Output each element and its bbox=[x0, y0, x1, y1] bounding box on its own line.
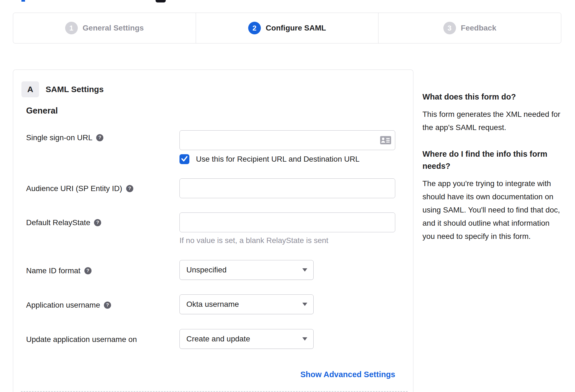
contact-card-icon[interactable] bbox=[380, 136, 391, 146]
step-label: General Settings bbox=[83, 24, 144, 32]
help-icon[interactable]: ? bbox=[96, 134, 103, 141]
recipient-url-checkbox-label: Use this for Recipient URL and Destinati… bbox=[196, 155, 360, 164]
cutoff-dark-fragment bbox=[156, 0, 166, 2]
step-label: Configure SAML bbox=[266, 24, 326, 32]
selected-value: Unspecified bbox=[186, 266, 226, 274]
help-heading: What does this form do? bbox=[422, 91, 560, 103]
dashed-section-divider bbox=[21, 391, 408, 392]
step-general-settings[interactable]: 1 General Settings bbox=[13, 13, 196, 43]
help-icon[interactable]: ? bbox=[94, 219, 101, 226]
show-advanced-settings-link[interactable]: Show Advanced Settings bbox=[179, 370, 395, 379]
help-icon[interactable]: ? bbox=[84, 267, 92, 274]
check-icon bbox=[179, 154, 189, 165]
recipient-url-checkbox-row: Use this for Recipient URL and Destinati… bbox=[179, 154, 360, 164]
single-sign-on-url-label: Single sign-on URL ? bbox=[26, 133, 103, 142]
selected-value: Okta username bbox=[186, 300, 239, 309]
audience-uri-label: Audience URI (SP Entity ID) ? bbox=[26, 184, 133, 193]
general-section-heading: General bbox=[26, 106, 58, 116]
relaystate-hint: If no value is set, a blank RelayState i… bbox=[179, 236, 328, 245]
audience-uri-input[interactable] bbox=[179, 178, 395, 198]
section-a-badge: A bbox=[21, 81, 39, 97]
chevron-down-icon bbox=[302, 337, 307, 341]
panel-header: A SAML Settings bbox=[21, 81, 104, 97]
panel-title: SAML Settings bbox=[46, 85, 104, 94]
help-icon[interactable]: ? bbox=[104, 302, 111, 309]
help-section-what: What does this form do? This form genera… bbox=[422, 91, 560, 134]
step-label: Feedback bbox=[461, 24, 496, 32]
name-id-format-label: Name ID format ? bbox=[26, 266, 92, 275]
step-configure-saml[interactable]: 2 Configure SAML bbox=[196, 13, 378, 43]
step-number-badge: 3 bbox=[443, 22, 456, 34]
step-number-badge: 1 bbox=[65, 22, 78, 34]
help-icon[interactable]: ? bbox=[126, 185, 133, 192]
chevron-down-icon bbox=[302, 303, 307, 306]
application-username-select[interactable]: Okta username bbox=[179, 294, 314, 314]
help-sidebar: What does this form do? This form genera… bbox=[422, 91, 560, 243]
saml-settings-panel: A SAML Settings General Single sign-on U… bbox=[13, 70, 413, 392]
help-section-where: Where do I find the info this form needs… bbox=[422, 148, 560, 243]
help-body: This form generates the XML needed for t… bbox=[422, 108, 560, 134]
recipient-url-checkbox[interactable] bbox=[179, 154, 189, 164]
update-application-username-select[interactable]: Create and update bbox=[179, 329, 314, 349]
wizard-stepper: 1 General Settings 2 Configure SAML 3 Fe… bbox=[13, 13, 561, 43]
step-feedback[interactable]: 3 Feedback bbox=[378, 13, 561, 43]
update-application-username-label: Update application username on bbox=[26, 335, 137, 344]
help-heading: Where do I find the info this form needs… bbox=[422, 148, 560, 172]
single-sign-on-url-input[interactable] bbox=[179, 130, 395, 150]
cutoff-blue-fragment bbox=[21, 0, 25, 2]
step-number-badge: 2 bbox=[248, 22, 261, 34]
default-relaystate-label: Default RelayState ? bbox=[26, 218, 101, 227]
default-relaystate-input[interactable] bbox=[179, 212, 395, 232]
chevron-down-icon bbox=[302, 268, 307, 272]
help-body: The app you're trying to integrate with … bbox=[422, 177, 560, 243]
application-username-label: Application username ? bbox=[26, 301, 111, 310]
name-id-format-select[interactable]: Unspecified bbox=[179, 260, 314, 280]
selected-value: Create and update bbox=[186, 335, 250, 343]
